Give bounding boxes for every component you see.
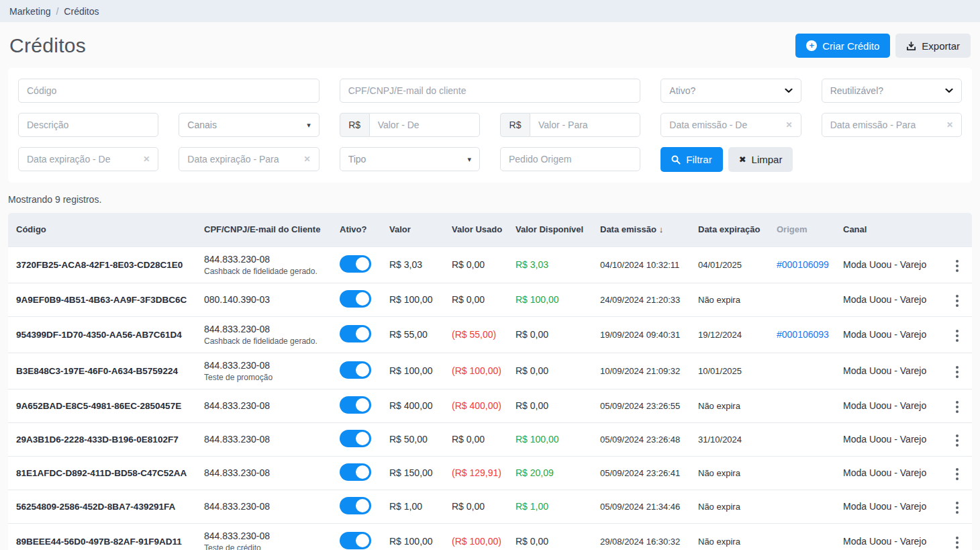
limpar-button[interactable]: ✖ Limpar (728, 147, 793, 172)
origem-link[interactable]: #000106099 (777, 259, 829, 270)
pedido-origem-input[interactable] (500, 147, 640, 171)
active-toggle[interactable] (340, 463, 371, 481)
kebab-menu-icon[interactable] (952, 398, 963, 416)
canal: Moda Uoou - Varejo (835, 389, 942, 422)
credit-code: 954399DF-1D70-4350-AA56-AB7C61D4 (8, 316, 196, 353)
create-credit-button[interactable]: + Criar Crédito (795, 34, 890, 58)
origem-link[interactable]: #000106093 (777, 329, 829, 340)
valor-disponivel: R$ 0,00 (507, 523, 592, 550)
filtrar-button[interactable]: Filtrar (660, 147, 722, 172)
kebab-menu-icon[interactable] (952, 498, 963, 517)
sort-desc-icon: ↓ (659, 224, 664, 234)
active-toggle[interactable] (340, 255, 371, 273)
records-summary: Mostrando 9 registros. (8, 194, 972, 205)
table-row: 3720FB25-ACA8-42F1-8E03-CD28C1E0844.833.… (8, 246, 972, 283)
valor-disponivel: R$ 1,00 (507, 490, 592, 523)
ativo-cell (332, 283, 381, 316)
tipo-select-label: Tipo (348, 154, 366, 165)
client-id: 844.833.230-08 (204, 467, 332, 478)
client-cell: 844.833.230-08Cashback de fidelidade ger… (196, 246, 332, 283)
tipo-select[interactable]: Tipo ▾ (340, 147, 480, 171)
credit-code: 56254809-2586-452D-8BA7-439291FA (8, 490, 196, 523)
valor-disponivel: R$ 100,00 (507, 283, 592, 316)
clear-icon[interactable]: ✕ (786, 120, 793, 130)
reutilizavel-select[interactable]: Reutilizável? (822, 79, 962, 103)
header-actions: + Criar Crédito Exportar (795, 34, 971, 58)
clear-icon[interactable]: ✕ (304, 154, 311, 164)
canal: Moda Uoou - Varejo (835, 456, 942, 490)
actions-cell (942, 523, 972, 550)
data-expiracao: 10/01/2025 (690, 353, 769, 389)
credit-code: 9A9EF0B9-4B51-4B63-AA9F-3F3DBC6C (8, 283, 196, 316)
data-emissao-para-input[interactable]: Data emissão - Para ✕ (822, 113, 962, 137)
data-emissao: 05/09/2024 23:26:41 (592, 456, 690, 490)
data-expiracao-para-input[interactable]: Data expiração - Para ✕ (179, 147, 319, 171)
kebab-menu-icon[interactable] (952, 431, 963, 450)
canal: Moda Uoou - Varejo (835, 246, 942, 283)
chevron-down-icon (785, 88, 793, 93)
kebab-menu-icon[interactable] (952, 363, 963, 381)
canal: Moda Uoou - Varejo (835, 523, 942, 550)
canais-select[interactable]: Canais ▾ (179, 113, 319, 137)
valor-para-input[interactable] (530, 113, 640, 137)
valor: R$ 400,00 (381, 389, 444, 422)
descricao-input[interactable] (18, 113, 158, 137)
client-cell: 844.833.230-08 (196, 490, 332, 523)
kebab-menu-icon[interactable] (952, 533, 963, 550)
cliente-input[interactable] (340, 79, 641, 103)
valor-usado: (R$ 55,00) (444, 316, 507, 353)
data-expiracao: Não expira (690, 389, 769, 422)
actions-cell (942, 353, 972, 389)
kebab-menu-icon[interactable] (952, 465, 963, 484)
ativo-select[interactable]: Ativo? (660, 79, 801, 103)
valor-de-input[interactable] (369, 113, 480, 137)
active-toggle[interactable] (340, 430, 371, 447)
data-emissao-de-input[interactable]: Data emissão - De ✕ (660, 113, 801, 137)
page-header: Créditos + Criar Crédito Exportar (0, 22, 980, 68)
origem-cell (769, 456, 835, 490)
valor-de-group: R$ (340, 113, 480, 137)
active-toggle[interactable] (340, 325, 371, 342)
kebab-menu-icon[interactable] (952, 257, 963, 275)
col-data-emissao[interactable]: Data emissão↓ (592, 213, 690, 246)
credit-description: Teste de crédito (204, 543, 332, 550)
data-emissao: 19/09/2024 09:40:31 (592, 316, 690, 353)
dropdown-triangle-icon: ▾ (307, 121, 311, 130)
origem-cell (769, 353, 835, 389)
active-toggle[interactable] (340, 396, 371, 414)
toggle-knob (356, 465, 369, 479)
breadcrumb-separator: / (56, 6, 58, 17)
active-toggle[interactable] (340, 290, 371, 308)
origem-cell (769, 422, 835, 456)
actions-cell (942, 389, 972, 422)
codigo-input[interactable] (18, 79, 320, 103)
active-toggle[interactable] (340, 361, 371, 379)
kebab-menu-icon[interactable] (952, 326, 963, 345)
active-toggle[interactable] (340, 532, 371, 549)
export-button[interactable]: Exportar (895, 34, 971, 58)
search-icon (671, 155, 681, 165)
valor-disponivel: R$ 3,03 (507, 246, 592, 283)
data-emissao: 24/09/2024 21:20:33 (592, 283, 690, 316)
data-expiracao-de-input[interactable]: Data expiração - De ✕ (18, 147, 158, 171)
table-row: 56254809-2586-452D-8BA7-439291FA844.833.… (8, 490, 972, 523)
table-row: 954399DF-1D70-4350-AA56-AB7C61D4844.833.… (8, 316, 972, 353)
toggle-knob (356, 534, 369, 547)
clear-icon[interactable]: ✕ (946, 120, 953, 130)
chevron-down-icon (945, 88, 953, 93)
col-origem: Origem (769, 213, 835, 246)
active-toggle[interactable] (340, 497, 371, 514)
table-row: 89BEEE44-56D0-497B-82AF-91F9AD11844.833.… (8, 523, 972, 550)
client-cell: 844.833.230-08 (196, 456, 332, 490)
col-data-expiracao: Data expiração (690, 213, 769, 246)
toggle-knob (356, 327, 369, 340)
col-valor-disponivel: Valor Disponível (507, 213, 592, 246)
ativo-cell (332, 353, 381, 389)
canal: Moda Uoou - Varejo (835, 422, 942, 456)
ativo-cell (332, 246, 381, 283)
breadcrumb-marketing[interactable]: Marketing (9, 6, 50, 17)
close-icon: ✖ (739, 154, 746, 165)
canal: Moda Uoou - Varejo (835, 353, 942, 389)
kebab-menu-icon[interactable] (952, 291, 963, 310)
clear-icon[interactable]: ✕ (143, 154, 150, 164)
